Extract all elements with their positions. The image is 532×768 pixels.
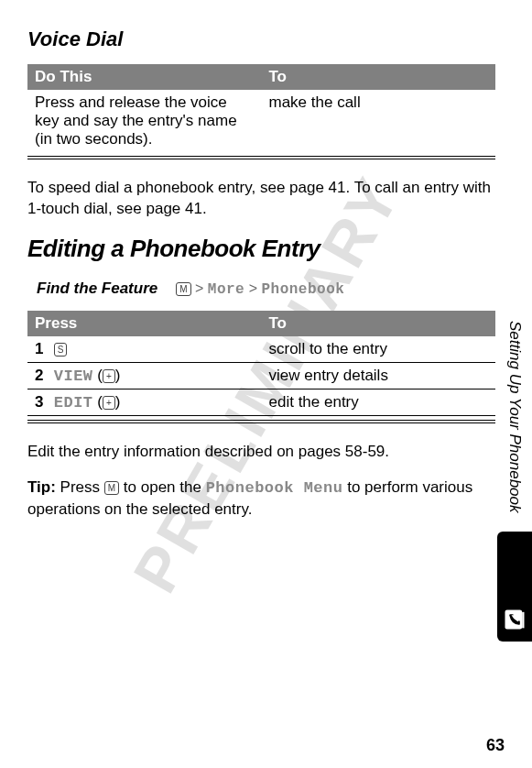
step2-press: 2 VIEW (+) — [27, 362, 262, 389]
table1-row1-action: Press and release the voice key and say … — [27, 90, 262, 152]
table1-row1-result: make the call — [262, 90, 496, 152]
tip-menu-text: Phonebook Menu — [206, 479, 343, 497]
table2-end-rule — [27, 420, 495, 423]
side-tab-thumb — [497, 532, 532, 642]
breadcrumb-phonebook: Phonebook — [261, 281, 344, 298]
step2-to: view entry details — [262, 362, 496, 389]
phonebook-icon — [502, 607, 527, 632]
section-heading-voice-dial: Voice Dial — [27, 27, 495, 51]
side-tab: Setting Up Your Phonebook — [497, 302, 532, 642]
breadcrumb-sep2: > — [244, 280, 261, 296]
step3-press: 3 EDIT (+) — [27, 389, 262, 415]
softkey-icon: + — [103, 396, 115, 410]
heading-editing-phonebook: Editing a Phonebook Entry — [27, 235, 495, 263]
tip-label: Tip: — [27, 478, 56, 496]
edit-entry-paragraph: Edit the entry information described on … — [27, 442, 495, 463]
table1-header-do-this: Do This — [27, 64, 262, 90]
step3-softkey-label: EDIT — [54, 394, 93, 411]
tip-paragraph: Tip: Press M to open the Phonebook Menu … — [27, 477, 495, 521]
speed-dial-paragraph: To speed dial a phonebook entry, see pag… — [27, 178, 495, 220]
menu-key-icon: M — [176, 282, 190, 296]
step1-press: 1 S — [27, 336, 262, 363]
step1-num: 1 — [35, 340, 49, 358]
breadcrumb-more: More — [208, 281, 244, 298]
press-to-table: Press To 1 S scroll to the entry 2 VIEW … — [27, 311, 495, 416]
table2-header-to: To — [262, 311, 496, 336]
find-the-feature-path: M > More > Phonebook — [176, 280, 344, 298]
find-the-feature-row: Find the Feature M > More > Phonebook — [27, 280, 495, 298]
table2-header-press: Press — [27, 311, 262, 336]
do-this-table: Do This To Press and release the voice k… — [27, 64, 495, 152]
table1-end-rule — [27, 156, 495, 159]
find-the-feature-label: Find the Feature — [37, 280, 157, 298]
page-number: 63 — [486, 736, 505, 755]
menu-key-icon: M — [104, 481, 119, 495]
tip-text-1: Press — [56, 478, 104, 496]
softkey-icon: + — [103, 369, 115, 383]
step1-to: scroll to the entry — [262, 336, 496, 363]
side-tab-label: Setting Up Your Phonebook — [505, 302, 524, 532]
nav-key-icon: S — [54, 343, 68, 357]
breadcrumb-sep1: > — [191, 280, 208, 296]
table1-header-to: To — [262, 64, 496, 90]
step3-to: edit the entry — [262, 389, 496, 415]
step3-num: 3 — [35, 393, 49, 411]
tip-text-2: to open the — [119, 478, 206, 496]
step2-softkey-label: VIEW — [54, 368, 93, 385]
step2-num: 2 — [35, 367, 49, 385]
